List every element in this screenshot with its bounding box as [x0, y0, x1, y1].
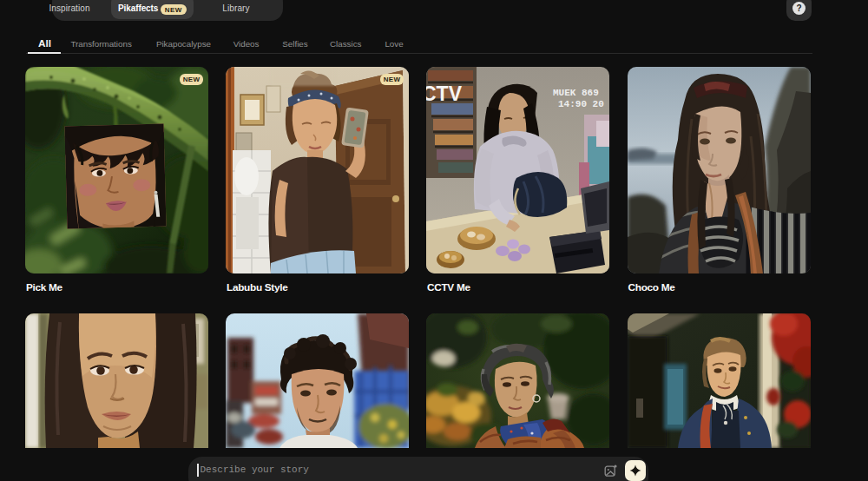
- svg-text:CTV: CTV: [426, 82, 463, 105]
- svg-text:MUEK 869: MUEK 869: [553, 88, 599, 98]
- svg-text:14:90 20: 14:90 20: [558, 99, 604, 109]
